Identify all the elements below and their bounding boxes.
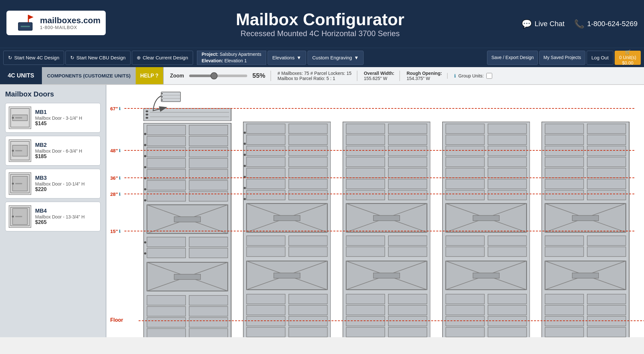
door-info-mb2: MB2 Mailbox Door - 6-3/4" H $185 — [35, 142, 97, 159]
svg-rect-198 — [587, 157, 626, 167]
svg-rect-122 — [388, 124, 427, 134]
group-units-area: ℹ Group Units: — [447, 73, 492, 79]
cart-icon: 🛒 — [625, 49, 630, 55]
svg-rect-81 — [247, 135, 285, 145]
svg-rect-128 — [388, 157, 427, 167]
svg-rect-162 — [445, 157, 484, 167]
info-icon-group: ℹ — [454, 73, 456, 78]
unit-1-container[interactable]: 3716D-15 ✏ — [139, 108, 236, 313]
svg-rect-216 — [572, 273, 599, 278]
svg-rect-60 — [174, 274, 201, 279]
info-icon-67: ℹ — [119, 106, 121, 111]
svg-rect-157 — [488, 124, 526, 134]
svg-rect-153 — [346, 327, 385, 337]
live-chat-label: Live Chat — [534, 20, 564, 28]
svg-rect-45 — [147, 180, 186, 190]
custom-engraving-button[interactable]: Custom Engraving ▼ — [307, 51, 364, 65]
svg-rect-96 — [274, 216, 300, 221]
dim-36-label: 36" — [110, 175, 118, 181]
svg-point-26 — [161, 96, 163, 97]
phone-button[interactable]: 📞 1-800-624-5269 — [574, 19, 638, 29]
zoom-slider[interactable] — [189, 75, 247, 77]
svg-rect-82 — [289, 135, 327, 145]
clear-design-button[interactable]: ⊕ Clear Current Design — [132, 51, 193, 65]
phone-icon: 📞 — [574, 19, 584, 29]
door-item-mb3[interactable]: MB3 Mailbox Door - 10-1/4" H $220 — [5, 169, 101, 198]
project-info: Project: Salsbury Apartments Elevation: … — [197, 51, 266, 65]
door-item-mb4[interactable]: MB4 Mailbox Door - 13-3/4" H $265 — [5, 202, 101, 231]
svg-rect-195 — [545, 146, 584, 156]
svg-rect-126 — [388, 146, 427, 156]
start-4c-label: Start New 4C Design — [14, 55, 59, 60]
tab-4c-units[interactable]: 4C UNITS — [0, 67, 42, 84]
tab-components[interactable]: COMPONENTS (CUSTOMIZE UNITS) — [42, 67, 136, 84]
svg-point-118 — [244, 187, 246, 189]
svg-rect-111 — [247, 327, 285, 337]
save-export-label: Save / Export Design — [491, 55, 534, 60]
door-item-mb1[interactable]: MB1 Mailbox Door - 3-1/4" H $145 — [5, 103, 101, 133]
door-name-mb2: MB2 — [35, 142, 97, 148]
svg-rect-202 — [587, 179, 626, 189]
save-export-button[interactable]: Save / Export Design — [487, 51, 538, 65]
svg-rect-192 — [587, 124, 626, 134]
main-area: Mailbox Doors MB1 Mailbox Door - 3-1/4" … — [0, 85, 644, 337]
svg-rect-141 — [346, 247, 385, 257]
svg-rect-175 — [488, 236, 526, 246]
logo-text: mailboxes.com — [40, 16, 101, 25]
dim-28: 28" ℹ — [124, 191, 634, 194]
svg-point-71 — [144, 155, 146, 157]
svg-rect-166 — [445, 179, 484, 189]
svg-point-77 — [144, 252, 146, 255]
cart-button[interactable]: 🛒 0 Unit(s) $0.00 — [615, 51, 641, 65]
svg-rect-15 — [15, 183, 22, 184]
svg-rect-161 — [488, 146, 526, 156]
svg-point-114 — [244, 143, 246, 145]
my-saved-button[interactable]: My Saved Projects — [539, 51, 585, 65]
group-units-checkbox[interactable] — [486, 73, 492, 79]
svg-rect-99 — [247, 247, 285, 257]
door-desc-mb4: Mailbox Door - 13-3/4" H — [35, 214, 97, 219]
svg-rect-154 — [388, 327, 427, 337]
start-cbu-button[interactable]: ↻ Start New CBU Design — [65, 51, 131, 65]
unit-3-container[interactable]: 3716D-15 ✏ — [338, 108, 435, 313]
svg-rect-148 — [388, 294, 427, 304]
svg-rect-147 — [346, 294, 385, 304]
svg-rect-201 — [545, 179, 584, 189]
logo-phone-tag: 1-800-MAILBOX — [40, 25, 101, 30]
svg-rect-224 — [587, 327, 626, 337]
sidebar-title: Mailbox Doors — [5, 90, 101, 98]
svg-rect-138 — [373, 216, 400, 221]
svg-rect-38 — [189, 136, 228, 146]
svg-rect-22 — [161, 92, 181, 102]
svg-rect-100 — [289, 247, 327, 257]
logout-button[interactable]: Log Out — [587, 51, 613, 65]
svg-point-16 — [12, 183, 14, 185]
tab-components-label: COMPONENTS (CUSTOMIZE UNITS) — [47, 73, 131, 79]
svg-point-69 — [144, 133, 146, 135]
door-info-mb1: MB1 Mailbox Door - 3-1/4" H $145 — [35, 109, 97, 126]
svg-rect-184 — [445, 305, 484, 315]
svg-rect-37 — [147, 136, 186, 146]
svg-rect-11 — [15, 150, 22, 151]
unit-2-container[interactable]: 3716D-15 ✏ — [238, 108, 336, 313]
chevron-down-icon-engraving: ▼ — [354, 55, 359, 60]
door-name-mb1: MB1 — [35, 109, 97, 116]
custom-engraving-label: Custom Engraving — [312, 55, 352, 60]
info-icon-36: ℹ — [119, 176, 121, 180]
tab-help[interactable]: HELP ? — [136, 67, 163, 84]
svg-rect-209 — [545, 236, 584, 246]
elevations-button[interactable]: Elevations ▼ — [268, 51, 306, 65]
live-chat-button[interactable]: 💬 Live Chat — [522, 19, 564, 29]
unit-5-container[interactable]: 3716D-15 ✏ — [537, 108, 634, 313]
svg-rect-62 — [189, 296, 228, 305]
unit-4-container[interactable]: 3716D-15 ✏ — [437, 108, 535, 313]
svg-rect-127 — [346, 157, 385, 167]
chat-icon: 💬 — [522, 19, 532, 29]
tab-bar: 4C UNITS COMPONENTS (CUSTOMIZE UNITS) HE… — [0, 67, 644, 85]
elevation-row: Elevation: Elevation 1 — [202, 58, 261, 64]
door-item-mb2[interactable]: MB2 Mailbox Door - 6-3/4" H $185 — [5, 136, 101, 166]
dim-28-label: 28" — [110, 191, 118, 197]
svg-rect-191 — [545, 124, 584, 134]
door-icon-mb4 — [9, 205, 31, 228]
start-4c-button[interactable]: ↻ Start New 4C Design — [3, 51, 64, 65]
